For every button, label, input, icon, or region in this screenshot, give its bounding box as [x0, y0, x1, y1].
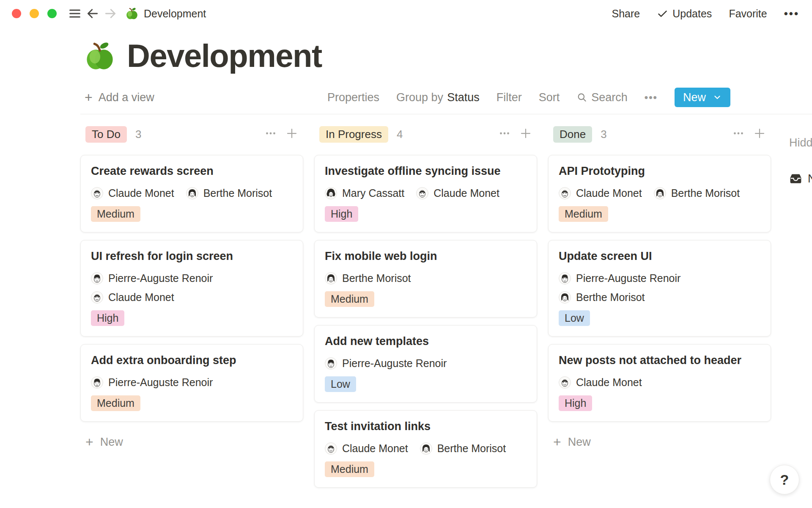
ellipsis-icon: ••• — [645, 91, 658, 103]
help-button[interactable]: ? — [770, 465, 799, 494]
card-title: New posts not attached to header — [559, 354, 760, 367]
column-header-actions — [263, 126, 298, 142]
column-cards: Create rewards screen Claude Monet Berth… — [80, 155, 303, 422]
card-assignee: Pierre-Auguste Renoir — [91, 272, 213, 284]
zoom-window-button[interactable] — [47, 9, 57, 18]
arrow-left-icon — [86, 7, 99, 20]
ellipsis-icon — [497, 126, 512, 141]
plus-icon: + — [553, 435, 561, 449]
chevron-down-icon — [713, 93, 722, 102]
card-assignees: Claude Monet Berthe Morisot — [325, 442, 527, 455]
avatar-berthe-morisot — [420, 442, 432, 455]
more-options-button[interactable]: ••• — [784, 7, 799, 20]
sort-button[interactable]: Sort — [539, 91, 560, 104]
card-assignee: Berthe Morisot — [654, 187, 740, 199]
card-assignee: Claude Monet — [325, 442, 408, 455]
column-status-chip[interactable]: Done — [553, 126, 592, 143]
assignee-name: Berthe Morisot — [576, 291, 645, 304]
column-add-button[interactable] — [753, 127, 766, 141]
toolbar-divider — [80, 114, 812, 114]
column-count: 3 — [135, 128, 141, 141]
card-assignee: Mary Cassatt — [325, 187, 404, 199]
column-new-card-button[interactable]: +New — [80, 435, 128, 449]
column-count: 4 — [397, 128, 403, 141]
back-button[interactable] — [84, 5, 102, 22]
group-by-button[interactable]: Group by Status — [396, 91, 480, 104]
board-card[interactable]: API Prototyping Claude Monet Berthe Mori… — [548, 155, 771, 232]
avatar-mary-cassatt — [325, 187, 337, 199]
properties-button[interactable]: Properties — [327, 91, 379, 104]
column-more-button[interactable] — [497, 126, 512, 142]
board-card[interactable]: Update screen UI Pierre-Auguste Renoir B… — [548, 240, 771, 337]
avatar-pierre-auguste-renoir — [91, 376, 103, 389]
priority-badge: Low — [559, 310, 590, 326]
card-assignee: Claude Monet — [91, 187, 174, 199]
avatar-berthe-morisot — [559, 291, 571, 304]
card-assignees: Mary Cassatt Claude Monet — [325, 187, 527, 199]
view-more-button[interactable]: ••• — [645, 91, 658, 103]
favorite-button[interactable]: Favorite — [729, 8, 767, 20]
avatar-claude-monet — [91, 187, 103, 199]
priority-badge: High — [325, 206, 358, 222]
board-column-todo: To Do3 Create rewards screen Claude Mone… — [80, 126, 303, 449]
avatar-berthe-morisot — [325, 272, 337, 284]
ellipsis-icon — [263, 126, 278, 141]
column-status-chip[interactable]: In Progress — [319, 126, 388, 143]
page-emoji-icon — [125, 7, 139, 20]
board-card[interactable]: Add extra onboarding step Pierre-Auguste… — [80, 344, 303, 422]
new-card-label: New — [568, 436, 591, 449]
assignee-name: Claude Monet — [342, 442, 408, 455]
hidden-columns-label[interactable]: Hidden columns — [789, 136, 812, 149]
board-card[interactable]: New posts not attached to header Claude … — [548, 344, 771, 422]
new-card-label: New — [100, 436, 123, 449]
card-assignee: Pierre-Auguste Renoir — [325, 357, 447, 370]
add-view-button[interactable]: + Add a view — [85, 91, 154, 104]
filter-button[interactable]: Filter — [497, 91, 522, 104]
priority-badge: High — [559, 395, 592, 411]
close-window-button[interactable] — [12, 9, 21, 18]
card-assignees: Claude Monet Berthe Morisot — [91, 187, 293, 199]
priority-badge: Low — [325, 376, 356, 392]
hamburger-icon — [68, 7, 82, 20]
updates-button[interactable]: Updates — [657, 8, 712, 20]
column-add-button[interactable] — [285, 127, 298, 141]
board-card[interactable]: Create rewards screen Claude Monet Berth… — [80, 155, 303, 232]
card-assignee: Berthe Morisot — [325, 272, 411, 284]
plus-icon — [519, 127, 532, 140]
column-new-card-button[interactable]: +New — [548, 435, 596, 449]
avatar-claude-monet — [416, 187, 428, 199]
new-page-button[interactable]: New — [675, 88, 730, 107]
assignee-name: Berthe Morisot — [671, 187, 740, 199]
window-controls — [12, 9, 57, 18]
board-card[interactable]: Fix mobile web login Berthe MorisotMediu… — [314, 240, 537, 318]
avatar-berthe-morisot — [186, 187, 198, 199]
column-status-chip[interactable]: To Do — [85, 126, 127, 143]
ellipsis-icon — [731, 126, 746, 141]
breadcrumb[interactable]: Development — [125, 7, 206, 20]
hidden-group-no-status[interactable]: No Status — [789, 172, 812, 185]
card-assignee: Berthe Morisot — [186, 187, 272, 199]
page-title-emoji-icon[interactable] — [84, 40, 116, 72]
card-assignees: Claude Monet — [559, 376, 760, 389]
column-more-button[interactable] — [731, 126, 746, 142]
kanban-board: To Do3 Create rewards screen Claude Mone… — [0, 126, 812, 488]
priority-badge: Medium — [559, 206, 608, 222]
column-add-button[interactable] — [519, 127, 532, 141]
board-card[interactable]: Investigate offline syncing issue Mary C… — [314, 155, 537, 232]
sidebar-toggle-button[interactable] — [66, 5, 84, 22]
assignee-name: Pierre-Auguste Renoir — [108, 272, 213, 284]
board-card[interactable]: UI refresh for login screen Pierre-Augus… — [80, 240, 303, 337]
column-count: 3 — [601, 128, 606, 141]
page-title[interactable]: Development — [127, 37, 322, 74]
minimize-window-button[interactable] — [30, 9, 39, 18]
search-button[interactable]: Search — [576, 91, 628, 104]
column-more-button[interactable] — [263, 126, 278, 142]
forward-button[interactable] — [102, 5, 119, 22]
card-assignees: Claude Monet Berthe Morisot — [559, 187, 760, 199]
board-card[interactable]: Test invitation links Claude Monet Berth… — [314, 410, 537, 488]
plus-icon: + — [85, 91, 93, 104]
share-button[interactable]: Share — [612, 8, 640, 20]
avatar-pierre-auguste-renoir — [559, 272, 571, 284]
board-card[interactable]: Add new templates Pierre-Auguste RenoirL… — [314, 325, 537, 403]
assignee-name: Pierre-Auguste Renoir — [108, 376, 213, 389]
